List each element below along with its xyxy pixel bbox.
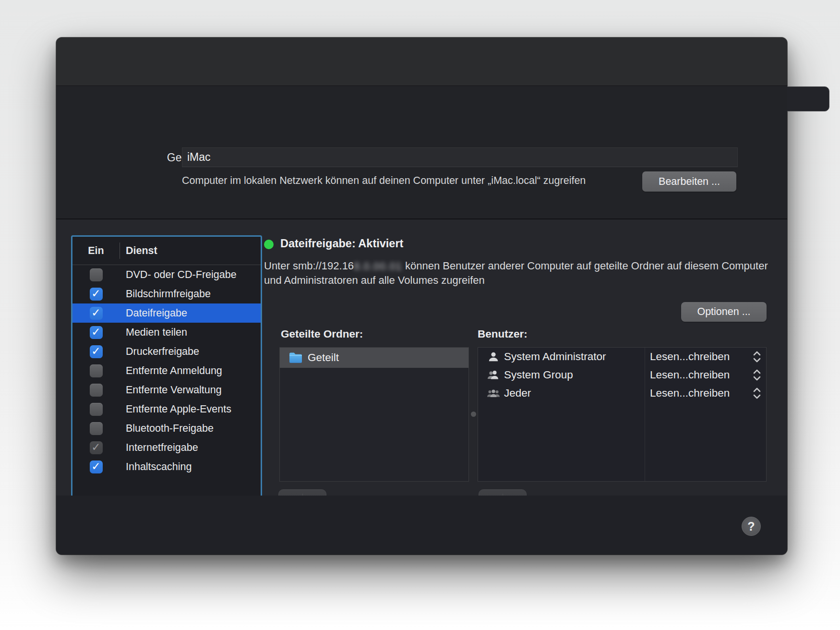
permission-value: Lesen...chreiben — [650, 351, 730, 363]
checkbox-screen-sharing[interactable] — [90, 288, 103, 301]
users-list: System Administrator Lesen...chreiben Sy… — [478, 347, 767, 482]
user-row-system-group[interactable]: System Group Lesen...chreiben — [478, 366, 766, 384]
shared-folders-list: Geteilt — [279, 347, 469, 482]
sharing-preferences-window: Freigaben Suchen Gerätename: Computer im… — [56, 37, 787, 555]
service-label: Entfernte Apple-Events — [120, 403, 231, 415]
services-header: Ein Dienst — [72, 237, 261, 265]
help-button[interactable]: ? — [742, 517, 761, 536]
checkbox-dvd-cd-sharing[interactable] — [90, 268, 103, 281]
service-label: Dateifreigabe — [120, 307, 187, 319]
service-label: Bildschirmfreigabe — [120, 288, 211, 300]
device-name-section: Gerätename: Computer im lokalen Netzwerk… — [56, 86, 787, 219]
services-list: Ein Dienst DVD- oder CD-Freigabe Bildsch… — [71, 235, 262, 513]
user-name: System Group — [504, 369, 573, 381]
permission-stepper-icon[interactable] — [752, 350, 762, 364]
checkbox-content-caching[interactable] — [90, 460, 103, 473]
service-row-bluetooth-sharing[interactable]: Bluetooth-Freigabe — [72, 419, 261, 438]
device-name-hint: Computer im lokalen Netzwerk können auf … — [182, 175, 586, 187]
checkbox-bluetooth-sharing[interactable] — [90, 422, 103, 435]
service-label: Medien teilen — [120, 327, 187, 339]
desktop-background: Freigaben Suchen Gerätename: Computer im… — [0, 0, 840, 630]
shared-folders-label: Geteilte Ordner: — [281, 328, 363, 340]
user-row-everyone[interactable]: Jeder Lesen...chreiben — [478, 384, 766, 402]
permission-value: Lesen...chreiben — [650, 387, 730, 400]
main-section: Ein Dienst DVD- oder CD-Freigabe Bildsch… — [56, 219, 787, 533]
checkbox-printer-sharing[interactable] — [90, 345, 103, 358]
service-row-remote-management[interactable]: Entfernte Verwaltung — [72, 380, 261, 400]
device-name-field[interactable] — [182, 147, 738, 167]
column-header-service: Dienst — [120, 245, 157, 257]
service-label: Entfernte Verwaltung — [120, 384, 222, 396]
user-row-system-administrator[interactable]: System Administrator Lesen...chreiben — [478, 348, 766, 366]
service-label: Inhaltscaching — [120, 461, 192, 473]
shared-folder-row[interactable]: Geteilt — [280, 348, 468, 368]
checkbox-remote-apple-events[interactable] — [90, 403, 103, 416]
service-row-media-sharing[interactable]: Medien teilen — [72, 323, 261, 342]
user-everyone-icon — [486, 387, 501, 400]
pane-splitter-handle[interactable] — [471, 412, 476, 417]
checkbox-remote-login[interactable] — [90, 364, 103, 377]
permission-value: Lesen...chreiben — [650, 369, 730, 381]
service-row-content-caching[interactable]: Inhaltscaching — [72, 457, 261, 476]
permission-stepper-icon[interactable] — [752, 368, 762, 382]
folder-icon — [288, 351, 303, 364]
checkbox-file-sharing[interactable] — [90, 307, 103, 320]
service-row-remote-login[interactable]: Entfernte Anmeldung — [72, 361, 261, 380]
permission-stepper-icon[interactable] — [752, 386, 762, 400]
column-header-on: Ein — [72, 245, 120, 257]
service-label: Entfernte Anmeldung — [120, 365, 222, 377]
bottom-bar: ? — [56, 496, 787, 555]
shared-folder-name: Geteilt — [308, 351, 339, 364]
service-row-remote-apple-events[interactable]: Entfernte Apple-Events — [72, 400, 261, 419]
users-label: Benutzer: — [478, 328, 528, 340]
checkbox-remote-management[interactable] — [90, 384, 103, 397]
user-name: Jeder — [504, 387, 531, 400]
service-row-screen-sharing[interactable]: Bildschirmfreigabe — [72, 284, 261, 303]
status-description: Unter smb://192.168.0.00.01 können Benut… — [264, 259, 773, 288]
status-title: Dateifreigabe: Aktiviert — [280, 237, 403, 250]
checkbox-internet-sharing[interactable] — [90, 441, 103, 454]
user-icon — [486, 351, 501, 363]
service-label: Internetfreigabe — [120, 442, 198, 454]
status-indicator-green — [264, 240, 274, 249]
service-row-printer-sharing[interactable]: Druckerfreigabe — [72, 342, 261, 361]
smb-address-prefix: Unter smb://192.16 — [264, 260, 354, 272]
service-row-file-sharing[interactable]: Dateifreigabe — [72, 303, 261, 323]
service-label: DVD- oder CD-Freigabe — [120, 269, 237, 281]
service-label: Bluetooth-Freigabe — [120, 423, 214, 435]
options-button[interactable]: Optionen ... — [681, 302, 767, 322]
user-group-icon — [486, 369, 501, 381]
service-label: Druckerfreigabe — [120, 346, 199, 358]
user-name: System Administrator — [504, 351, 606, 363]
title-bar[interactable]: Freigaben Suchen — [56, 37, 787, 86]
checkbox-media-sharing[interactable] — [90, 326, 103, 339]
edit-button[interactable]: Bearbeiten ... — [642, 171, 736, 192]
service-row-internet-sharing[interactable]: Internetfreigabe — [72, 438, 261, 457]
smb-address-redacted: 8.0.00.01 — [354, 259, 402, 274]
service-row-dvd-cd-sharing[interactable]: DVD- oder CD-Freigabe — [72, 265, 261, 284]
